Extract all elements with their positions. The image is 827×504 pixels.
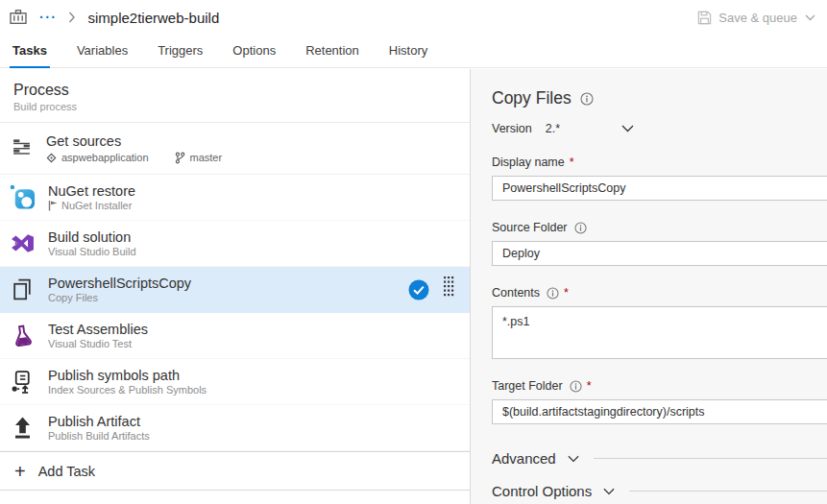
field-source-folder: Source Folder xyxy=(492,221,827,266)
tab-tasks[interactable]: Tasks xyxy=(10,43,50,67)
drag-handle-icon[interactable] xyxy=(443,276,454,297)
chevron-right-icon xyxy=(68,12,76,23)
tab-history[interactable]: History xyxy=(386,43,430,67)
task-title: Publish Artifact xyxy=(48,414,150,429)
task-subtitle: Publish Build Artifacts xyxy=(48,430,150,442)
task-row-build-solution[interactable]: Build solution Visual Studio Build xyxy=(0,221,470,267)
section-title: Advanced xyxy=(492,450,556,467)
task-subtitle: Visual Studio Build xyxy=(48,246,136,257)
section-divider xyxy=(594,458,827,459)
publish-artifact-icon xyxy=(10,415,36,441)
chevron-down-icon xyxy=(621,125,634,132)
save-queue-label: Save & queue xyxy=(718,11,797,25)
info-icon[interactable] xyxy=(580,92,594,106)
main-area: Process Build process Get sources aspweb… xyxy=(0,69,827,504)
chevron-down-icon xyxy=(603,488,615,495)
display-name-input[interactable] xyxy=(492,176,827,201)
task-detail-title: Copy Files xyxy=(492,88,572,108)
field-target-folder: Target Folder * xyxy=(492,379,827,424)
task-subtitle: Index Sources & Publish Symbols xyxy=(48,384,207,396)
get-sources-title: Get sources xyxy=(46,133,222,149)
section-advanced[interactable]: Advanced xyxy=(492,450,827,467)
branch-name: master xyxy=(190,152,223,163)
project-icon[interactable] xyxy=(10,10,27,25)
field-contents: Contents * *.ps1 xyxy=(492,286,827,359)
get-sources-row[interactable]: Get sources aspwebapplication mas xyxy=(0,123,470,175)
flask-icon xyxy=(10,323,36,348)
task-enabled-check-icon[interactable] xyxy=(408,279,429,300)
target-folder-input[interactable] xyxy=(492,399,827,424)
contents-input[interactable]: *.ps1 xyxy=(492,306,827,359)
info-icon[interactable] xyxy=(570,380,582,393)
info-icon[interactable] xyxy=(547,287,559,300)
nuget-icon xyxy=(10,184,36,210)
required-marker: * xyxy=(587,379,592,393)
version-select[interactable]: 2.* xyxy=(546,122,634,135)
process-header[interactable]: Process Build process xyxy=(0,69,470,123)
task-subtitle: Visual Studio Test xyxy=(48,338,132,349)
task-subtitle: NuGet Installer xyxy=(61,200,132,211)
pipeline-title: simple2tierweb-build xyxy=(88,10,220,26)
repository-name: aspwebapplication xyxy=(61,152,149,163)
field-display-name: Display name * xyxy=(492,156,827,201)
publish-symbols-icon xyxy=(10,369,36,395)
save-queue-button[interactable]: Save & queue xyxy=(697,11,815,25)
process-subtitle: Build process xyxy=(13,101,456,112)
tab-retention[interactable]: Retention xyxy=(303,43,362,67)
task-row-test-assemblies[interactable]: Test Assemblies Visual Studio Test xyxy=(0,313,470,359)
field-label: Source Folder xyxy=(492,221,568,234)
section-title: Control Options xyxy=(492,483,592,499)
top-bar: ··· simple2tierweb-build Save & queue xyxy=(0,0,827,35)
task-row-publish-artifact[interactable]: Publish Artifact Publish Build Artifacts xyxy=(0,405,470,451)
tab-bar: Tasks Variables Triggers Options Retenti… xyxy=(0,35,827,68)
save-icon xyxy=(697,11,712,25)
task-list-panel: Process Build process Get sources aspweb… xyxy=(0,69,471,504)
add-task-button[interactable]: + Add Task xyxy=(0,451,470,491)
tab-variables[interactable]: Variables xyxy=(74,43,131,67)
required-marker: * xyxy=(570,156,574,169)
chevron-down-icon xyxy=(568,455,579,463)
section-control-options[interactable]: Control Options xyxy=(492,483,827,499)
breadcrumb-ellipsis[interactable]: ··· xyxy=(39,12,58,22)
task-title: NuGet restore xyxy=(48,183,135,199)
section-divider xyxy=(629,491,827,492)
task-title: Build solution xyxy=(48,229,136,245)
version-value: 2.* xyxy=(546,122,560,135)
task-subtitle: Copy Files xyxy=(48,292,98,303)
task-title: PowershellScriptsCopy xyxy=(48,276,191,291)
tab-triggers[interactable]: Triggers xyxy=(155,43,206,67)
branch-icon xyxy=(175,152,185,164)
chevron-down-icon xyxy=(805,14,815,21)
field-label: Contents xyxy=(492,286,540,300)
required-marker: * xyxy=(564,286,569,300)
field-label: Target Folder xyxy=(492,379,563,393)
plus-icon: + xyxy=(14,463,26,480)
task-row-publish-symbols-path[interactable]: Publish symbols path Index Sources & Pub… xyxy=(0,359,470,405)
task-title: Test Assemblies xyxy=(48,322,148,337)
flag-icon xyxy=(48,200,58,211)
info-icon[interactable] xyxy=(574,222,587,234)
tab-options[interactable]: Options xyxy=(230,43,279,67)
version-label: Version xyxy=(492,122,532,135)
process-title: Process xyxy=(13,82,456,99)
repository-icon xyxy=(46,153,57,163)
copy-files-icon xyxy=(10,276,36,302)
get-sources-icon xyxy=(12,138,35,158)
task-detail-panel: Copy Files Version 2.* Display name * xyxy=(471,69,827,504)
task-title: Publish symbols path xyxy=(48,368,207,383)
field-label: Display name xyxy=(492,156,565,169)
visual-studio-icon xyxy=(10,230,36,256)
source-folder-input[interactable] xyxy=(492,241,827,266)
add-task-label: Add Task xyxy=(38,464,95,479)
task-row-nuget-restore[interactable]: NuGet restore NuGet Installer xyxy=(0,175,470,221)
task-row-powershellscriptscopy[interactable]: PowershellScriptsCopy Copy Files xyxy=(0,267,470,313)
